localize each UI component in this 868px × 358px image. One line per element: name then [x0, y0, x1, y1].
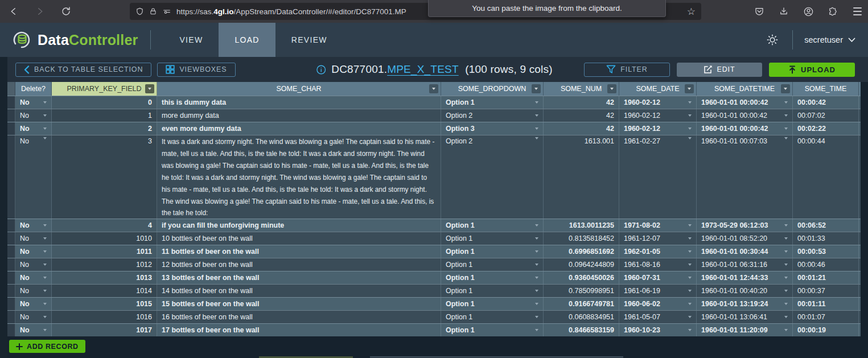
cell-datetime[interactable]: 1960-01-01 00:00:42 — [697, 109, 793, 122]
cell-dropdown[interactable]: Option 3 — [441, 122, 544, 135]
cell-pk[interactable]: 1010 — [52, 232, 157, 245]
cell-datetime[interactable]: 1960-01-01 13:06:41 — [697, 311, 793, 323]
dropdown-caret-icon[interactable] — [688, 250, 692, 253]
cell-char[interactable]: 11 bottles of beer on the wall — [157, 245, 441, 258]
cell-time[interactable]: 00:07:02 — [793, 109, 859, 122]
dropdown-caret-icon[interactable] — [784, 290, 788, 292]
downloads-icon[interactable] — [778, 5, 790, 18]
cell-num[interactable]: 0.6996851692 — [544, 245, 619, 258]
cell-dropdown[interactable]: Option 1 — [441, 271, 544, 284]
cell-time[interactable]: 00:01:21 — [793, 271, 859, 284]
browser-refresh-icon[interactable] — [59, 5, 73, 18]
cell-datetime[interactable]: 1960-01-01 00:30:44 — [697, 245, 793, 258]
dropdown-caret-icon[interactable] — [784, 224, 788, 227]
viewboxes-button[interactable]: VIEWBOXES — [157, 63, 235, 77]
dropdown-caret-icon[interactable] — [688, 290, 692, 292]
cell-char[interactable]: more dummy data — [157, 109, 441, 122]
dropdown-caret-icon[interactable] — [535, 264, 538, 266]
dropdown-caret-icon[interactable] — [43, 264, 47, 266]
cell-dropdown[interactable]: Option 2 — [441, 109, 544, 122]
cell-char[interactable]: 10 bottles of beer on the wall — [157, 232, 441, 245]
column-header-datetime[interactable]: SOME_DATETIME — [697, 82, 793, 96]
dropdown-caret-icon[interactable] — [784, 237, 788, 240]
cell-date[interactable]: 1960-02-12 — [619, 122, 697, 135]
dropdown-caret-icon[interactable] — [43, 290, 47, 292]
dropdown-caret-icon[interactable] — [43, 137, 47, 139]
row-handle[interactable] — [7, 135, 15, 219]
dropdown-caret-icon[interactable] — [535, 316, 538, 318]
info-icon[interactable] — [315, 64, 326, 75]
cell-pk[interactable]: 3 — [52, 135, 157, 219]
cell-num[interactable]: 42 — [544, 109, 619, 122]
dropdown-caret-icon[interactable] — [688, 264, 692, 266]
edit-button[interactable]: EDIT — [677, 63, 762, 77]
cell-time[interactable]: 00:00:19 — [793, 324, 859, 336]
cell-date[interactable]: 1961-06-19 — [619, 285, 697, 297]
cell-char[interactable]: even more dummy data — [157, 122, 441, 135]
dropdown-caret-icon[interactable] — [535, 290, 538, 292]
cell-char[interactable]: 12 bottles of beer on the wall — [157, 258, 441, 271]
dropdown-caret-icon[interactable] — [784, 277, 788, 279]
dropdown-caret-icon[interactable] — [784, 137, 788, 139]
column-header-time[interactable]: SOME_TIME — [793, 82, 859, 96]
row-handle[interactable] — [7, 311, 15, 323]
dropdown-caret-icon[interactable] — [535, 137, 538, 139]
cell-date[interactable]: 1961-02-27 — [619, 135, 697, 219]
filter-button[interactable]: FILTER — [584, 63, 670, 77]
dropdown-caret-icon[interactable] — [688, 101, 692, 104]
account-icon[interactable] — [802, 5, 814, 18]
cell-num[interactable]: 0.9166749781 — [544, 298, 619, 310]
column-filter-icon[interactable] — [781, 84, 790, 93]
cell-delete[interactable]: No — [15, 96, 52, 109]
dropdown-caret-icon[interactable] — [535, 277, 538, 279]
cell-num[interactable]: 42 — [544, 122, 619, 135]
cell-datetime[interactable]: 1960-01-01 08:52:20 — [697, 232, 793, 245]
cell-date[interactable]: 1962-01-05 — [619, 245, 697, 258]
cell-pk[interactable]: 0 — [52, 96, 157, 109]
cell-time[interactable]: 00:00:42 — [793, 96, 859, 109]
cell-num[interactable]: 1613.001 — [544, 135, 619, 219]
cell-pk[interactable]: 1013 — [52, 271, 157, 284]
dropdown-caret-icon[interactable] — [688, 127, 692, 130]
dropdown-caret-icon[interactable] — [784, 114, 788, 117]
cell-delete[interactable]: No — [15, 324, 52, 336]
cell-dropdown[interactable]: Option 2 — [441, 135, 544, 219]
dropdown-caret-icon[interactable] — [784, 316, 788, 318]
cell-char[interactable]: 17 bottles of beer on the wall — [157, 324, 441, 336]
cell-num[interactable]: 0.9360450026 — [544, 271, 619, 284]
cell-delete[interactable]: No — [15, 271, 52, 284]
brand-logo[interactable]: DataController — [0, 30, 138, 50]
cell-dropdown[interactable]: Option 1 — [441, 311, 544, 323]
cell-datetime[interactable]: 1960-01-01 00:07:03 — [697, 135, 793, 219]
cell-num[interactable]: 1613.0011235 — [544, 219, 619, 232]
cell-delete[interactable]: No — [15, 298, 52, 310]
cell-char[interactable]: this is dummy data — [157, 96, 441, 109]
dropdown-caret-icon[interactable] — [43, 101, 47, 104]
cell-pk[interactable]: 2 — [52, 122, 157, 135]
cell-datetime[interactable]: 1960-01-01 13:19:24 — [697, 298, 793, 310]
tab-load[interactable]: LOAD — [219, 23, 275, 57]
cell-time[interactable]: 00:06:52 — [793, 219, 859, 232]
column-header-delete[interactable]: Delete? — [15, 82, 52, 96]
cell-datetime[interactable]: 1960-01-01 06:31:16 — [697, 258, 793, 271]
cell-char[interactable]: 13 bottles of beer on the wall — [157, 271, 441, 284]
cell-pk[interactable]: 1012 — [52, 258, 157, 271]
dropdown-caret-icon[interactable] — [43, 224, 47, 227]
dropdown-caret-icon[interactable] — [784, 250, 788, 253]
column-header-num[interactable]: SOME_NUM — [544, 82, 619, 96]
dropdown-caret-icon[interactable] — [43, 114, 47, 117]
cell-dropdown[interactable]: Option 1 — [441, 96, 544, 109]
cell-dropdown[interactable]: Option 1 — [441, 232, 544, 245]
column-filter-icon[interactable] — [685, 84, 694, 93]
tracking-shield-icon[interactable] — [135, 7, 144, 16]
cell-delete[interactable]: No — [15, 122, 52, 135]
cell-date[interactable]: 1961-05-07 — [619, 311, 697, 323]
cell-time[interactable]: 00:00:46 — [793, 258, 859, 271]
tab-review[interactable]: REVIEW — [275, 23, 343, 57]
cell-datetime[interactable]: 1960-01-01 00:00:42 — [697, 122, 793, 135]
dropdown-caret-icon[interactable] — [688, 303, 692, 305]
dropdown-caret-icon[interactable] — [688, 329, 692, 331]
cell-datetime[interactable]: 1960-01-01 00:40:20 — [697, 285, 793, 297]
row-handle[interactable] — [7, 96, 15, 109]
cell-datetime[interactable]: 1973-05-29 06:12:03 — [697, 219, 793, 232]
